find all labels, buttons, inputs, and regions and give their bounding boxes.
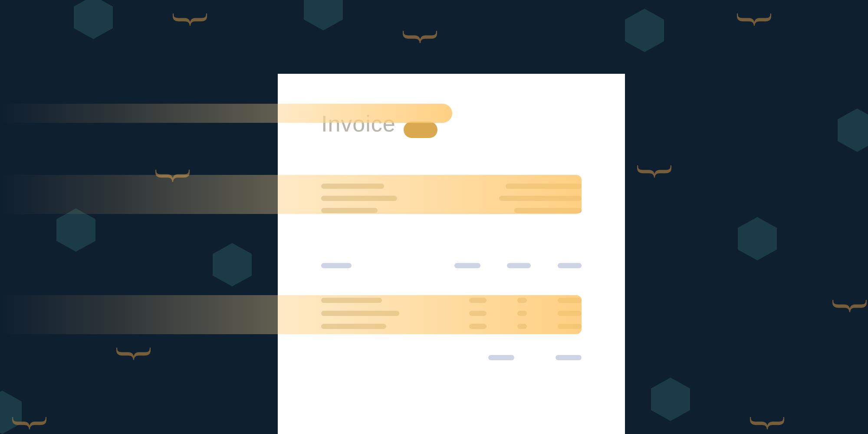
column-header-placeholder xyxy=(558,263,582,268)
column-header-placeholder xyxy=(507,263,531,268)
table-header xyxy=(321,263,582,268)
brace-icon: } xyxy=(398,27,446,47)
highlight-overlay xyxy=(278,175,582,214)
brace-icon: } xyxy=(168,10,216,30)
total-label-placeholder xyxy=(488,355,514,360)
totals-row xyxy=(321,355,582,360)
brace-icon: } xyxy=(8,413,56,433)
hexagon-icon xyxy=(304,0,343,30)
motion-streak xyxy=(0,295,278,334)
hexagon-icon xyxy=(651,378,690,421)
invoice-document: Invoice xyxy=(278,74,625,434)
column-header-placeholder xyxy=(321,263,352,268)
hexagon-icon xyxy=(74,0,113,39)
motion-streak xyxy=(0,175,278,214)
brace-icon: } xyxy=(733,10,780,30)
hexagon-icon xyxy=(56,208,95,252)
hexagon-icon xyxy=(838,108,868,152)
brace-icon: } xyxy=(633,161,681,181)
hexagon-icon xyxy=(625,9,664,52)
highlight-overlay xyxy=(278,104,452,123)
total-value-placeholder xyxy=(556,355,582,360)
brace-icon: } xyxy=(746,413,793,433)
invoice-number-placeholder xyxy=(404,122,437,138)
column-header-placeholder xyxy=(454,263,480,268)
brace-icon: } xyxy=(112,344,160,364)
motion-streak xyxy=(0,104,278,123)
highlight-overlay xyxy=(278,295,582,334)
hexagon-icon xyxy=(213,243,252,286)
hexagon-icon xyxy=(738,217,777,260)
brace-icon: } xyxy=(828,296,868,316)
